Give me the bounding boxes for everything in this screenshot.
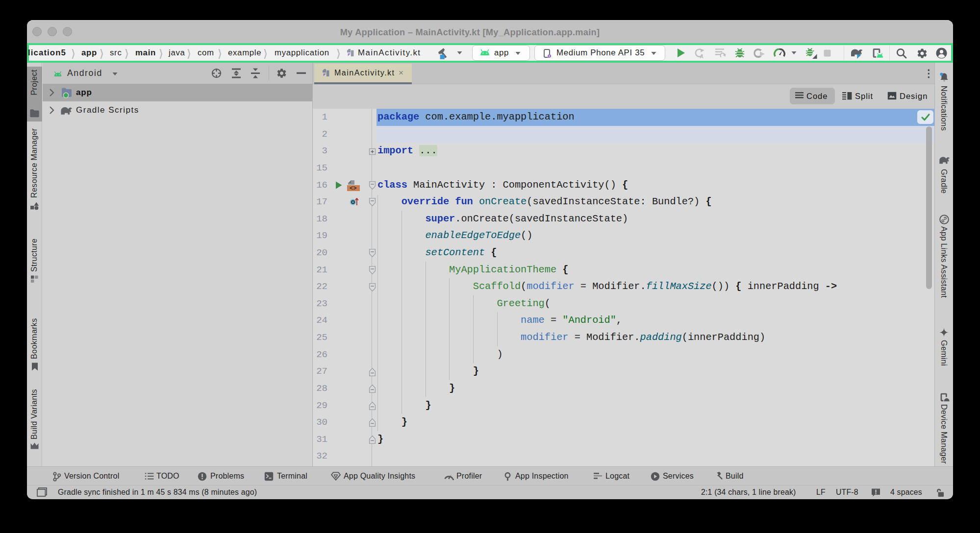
svg-text:<>: <>: [350, 185, 356, 192]
svg-text:A: A: [700, 53, 704, 59]
